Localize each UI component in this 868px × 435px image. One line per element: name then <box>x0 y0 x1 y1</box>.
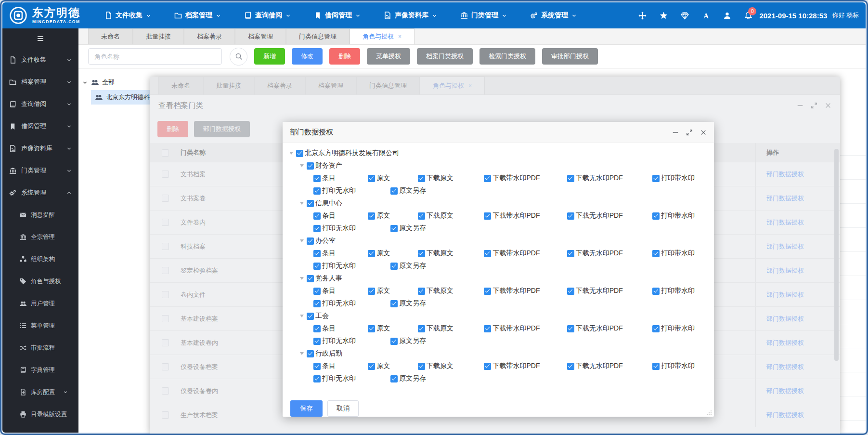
nav-item-1[interactable]: 文件收集 <box>93 2 163 28</box>
permission-checkbox[interactable] <box>313 187 321 195</box>
search-button[interactable] <box>230 48 247 66</box>
sidebar-item-3[interactable]: 查询借阅 <box>2 93 78 115</box>
dialog-maximize-icon[interactable] <box>686 129 693 136</box>
permission-checkbox[interactable] <box>313 225 321 232</box>
tab-close-icon[interactable]: × <box>398 33 402 40</box>
sidebar-item-6[interactable]: 门类管理 <box>2 159 78 182</box>
caret-down-icon[interactable] <box>300 277 304 280</box>
sidebar-item-1[interactable]: 文件收集 <box>2 49 78 71</box>
permission-checkbox[interactable] <box>418 325 425 332</box>
permission-checkbox[interactable] <box>368 250 375 257</box>
permission-checkbox[interactable] <box>313 363 321 370</box>
permission-checkbox[interactable] <box>567 325 574 332</box>
permission-checkbox[interactable] <box>390 187 398 195</box>
tab-5[interactable]: 门类信息管理 <box>286 28 350 44</box>
sidebar-subitem-2[interactable]: 全宗管理 <box>2 226 78 248</box>
sidebar-subitem-4[interactable]: 角色与授权 <box>2 270 78 292</box>
nav-item-2[interactable]: 档案管理 <box>163 2 233 28</box>
permission-checkbox[interactable] <box>652 325 660 332</box>
company-checkbox[interactable] <box>296 150 303 157</box>
department-checkbox[interactable] <box>307 313 314 320</box>
sidebar-item-7[interactable]: 系统管理 <box>2 182 78 204</box>
topbar-user-icon[interactable] <box>723 12 731 20</box>
department-checkbox[interactable] <box>307 162 314 170</box>
tree-node-company[interactable]: 北京东方明德科技发展有限公司 <box>91 90 151 105</box>
caret-down-icon[interactable] <box>300 352 304 355</box>
sidebar-item-5[interactable]: 声像资料库 <box>2 137 78 159</box>
permission-checkbox[interactable] <box>418 175 425 182</box>
sidebar-subitem-3[interactable]: 组织架构 <box>2 248 78 270</box>
toolbar-button-6[interactable]: 检索门类授权 <box>479 48 535 65</box>
permission-checkbox[interactable] <box>368 363 375 370</box>
tab-4[interactable]: 档案管理 <box>235 28 286 44</box>
department-node[interactable]: 信息中心 <box>289 197 714 210</box>
tab-6[interactable]: 角色与授权× <box>350 28 415 44</box>
toolbar-button-1[interactable]: 新增 <box>254 48 285 65</box>
permission-checkbox[interactable] <box>368 175 375 182</box>
save-button[interactable]: 保存 <box>290 400 323 417</box>
tree-node-company-root[interactable]: 北京东方明德科技发展有限公司 <box>289 147 714 159</box>
permission-checkbox[interactable] <box>567 288 574 295</box>
permission-checkbox[interactable] <box>484 212 491 220</box>
permission-checkbox[interactable] <box>484 250 491 257</box>
toolbar-button-3[interactable]: 删除 <box>329 48 360 65</box>
nav-item-3[interactable]: 查询借阅 <box>233 2 302 28</box>
sidebar-collapse-button[interactable] <box>2 28 78 49</box>
permission-checkbox[interactable] <box>313 338 321 345</box>
permission-checkbox[interactable] <box>313 175 321 182</box>
sidebar-subitem-5[interactable]: 用户管理 <box>2 292 78 315</box>
permission-checkbox[interactable] <box>567 250 574 257</box>
permission-checkbox[interactable] <box>313 375 321 382</box>
department-node[interactable]: 财务资产 <box>289 159 714 172</box>
topbar-font-icon[interactable]: A <box>702 12 710 20</box>
department-node[interactable]: 行政后勤 <box>289 347 714 360</box>
topbar-expand-icon[interactable] <box>638 12 647 20</box>
toolbar-button-4[interactable]: 菜单授权 <box>367 48 410 65</box>
department-checkbox[interactable] <box>307 237 314 245</box>
toolbar-button-7[interactable]: 审批部门授权 <box>542 48 598 65</box>
permission-checkbox[interactable] <box>313 263 321 270</box>
toolbar-button-5[interactable]: 档案门类授权 <box>417 48 473 65</box>
sidebar-item-4[interactable]: 借阅管理 <box>2 115 78 137</box>
sidebar-subitem-7[interactable]: 审批流程 <box>2 337 78 359</box>
caret-down-icon[interactable] <box>289 152 293 155</box>
permission-checkbox[interactable] <box>652 212 660 220</box>
permission-checkbox[interactable] <box>418 212 425 220</box>
cancel-button[interactable]: 取消 <box>327 400 359 417</box>
permission-checkbox[interactable] <box>390 375 398 382</box>
permission-checkbox[interactable] <box>567 363 574 370</box>
sidebar-subitem-9[interactable]: 库房配置 <box>2 381 78 403</box>
department-node[interactable]: 工会 <box>289 310 714 322</box>
permission-checkbox[interactable] <box>368 212 375 220</box>
tab-3[interactable]: 档案著录 <box>184 28 235 44</box>
department-checkbox[interactable] <box>307 275 314 282</box>
topbar-star-icon[interactable] <box>660 12 668 20</box>
department-checkbox[interactable] <box>307 200 314 207</box>
sidebar-subitem-8[interactable]: 字典管理 <box>2 359 78 381</box>
sidebar-subitem-1[interactable]: 消息提醒 <box>2 204 78 226</box>
permission-checkbox[interactable] <box>390 338 398 345</box>
tab-2[interactable]: 批量挂接 <box>133 28 184 44</box>
dialog-close-icon[interactable] <box>700 129 707 136</box>
permission-checkbox[interactable] <box>567 212 574 220</box>
permission-checkbox[interactable] <box>418 288 425 295</box>
permission-checkbox[interactable] <box>313 212 321 220</box>
tab-1[interactable]: 未命名 <box>88 28 133 44</box>
sidebar-subitem-6[interactable]: 菜单管理 <box>2 315 78 337</box>
permission-checkbox[interactable] <box>313 325 321 332</box>
permission-checkbox[interactable] <box>368 325 375 332</box>
sidebar-item-2[interactable]: 档案管理 <box>2 71 78 93</box>
caret-down-icon[interactable] <box>300 202 304 205</box>
department-checkbox[interactable] <box>307 350 314 357</box>
caret-down-icon[interactable] <box>300 239 304 242</box>
permission-checkbox[interactable] <box>484 325 491 332</box>
permission-checkbox[interactable] <box>484 175 491 182</box>
permission-checkbox[interactable] <box>418 250 425 257</box>
permission-checkbox[interactable] <box>390 225 398 232</box>
nav-item-7[interactable]: 系统管理 <box>518 2 588 28</box>
permission-checkbox[interactable] <box>390 263 398 270</box>
permission-checkbox[interactable] <box>567 175 574 182</box>
topbar-bell-icon[interactable]: 0 <box>744 12 752 20</box>
permission-checkbox[interactable] <box>418 363 425 370</box>
permission-checkbox[interactable] <box>484 363 491 370</box>
